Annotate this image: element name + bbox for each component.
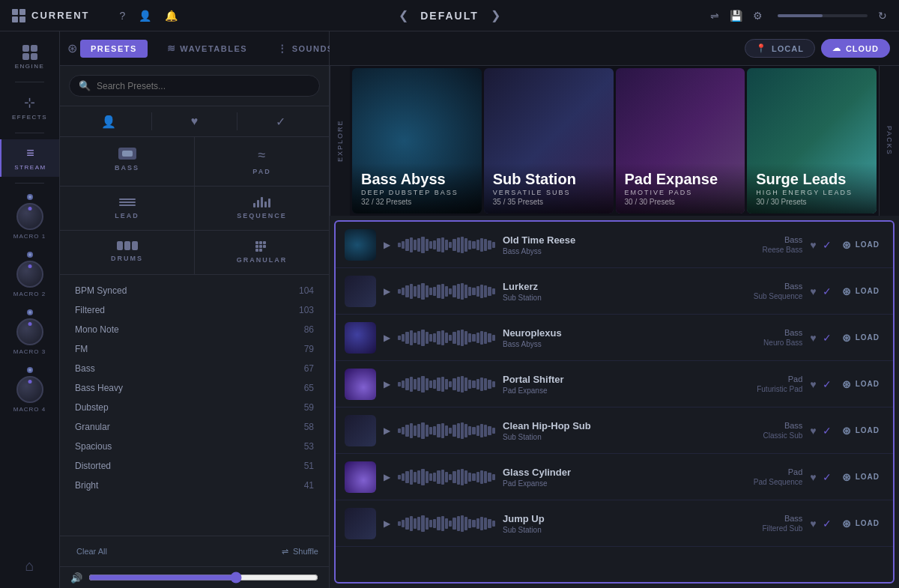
macro-1-knob[interactable] xyxy=(16,203,43,230)
play-button[interactable]: ▶ xyxy=(384,286,390,297)
favorite-icon[interactable]: ♥ xyxy=(810,378,816,390)
tags-list: BPM Synced104Filtered103Mono Note86FM79B… xyxy=(60,275,329,536)
macro-1-small-dot[interactable] xyxy=(27,194,33,200)
category-lead[interactable]: LEAD xyxy=(60,187,194,230)
clear-all-button[interactable]: Clear All xyxy=(70,544,113,559)
tag-item[interactable]: FM79 xyxy=(60,339,329,359)
check-icon[interactable]: ✓ xyxy=(823,425,832,437)
search-input[interactable] xyxy=(97,81,310,91)
waveform-bar xyxy=(480,470,483,484)
bell-icon[interactable]: 🔔 xyxy=(165,10,178,22)
category-bass[interactable]: BASS xyxy=(60,137,194,186)
pitch-slider[interactable] xyxy=(778,14,868,17)
load-button[interactable]: ⊛ LOAD xyxy=(838,515,884,533)
load-button[interactable]: ⊛ LOAD xyxy=(838,329,884,347)
waveform-bar xyxy=(476,518,479,529)
packs-carousel: EXPLORE Bass Abyss DEEP DUBSTEP BASS 32 … xyxy=(330,66,899,216)
tag-item[interactable]: Dubstep59 xyxy=(60,398,329,417)
granular-icon xyxy=(255,241,269,252)
favorite-icon[interactable]: ♥ xyxy=(810,518,816,530)
load-button[interactable]: ⊛ LOAD xyxy=(838,375,884,393)
tab-presets[interactable]: PRESETS xyxy=(80,40,148,58)
favorite-icon[interactable]: ♥ xyxy=(810,239,816,251)
play-button[interactable]: ▶ xyxy=(384,472,390,482)
preset-row[interactable]: ▶ Neuroplexus Bass Abyss Bass Neuro Bass… xyxy=(336,315,893,361)
help-icon[interactable]: ? xyxy=(120,10,126,22)
load-button[interactable]: ⊛ LOAD xyxy=(838,282,884,300)
play-button[interactable]: ▶ xyxy=(384,333,390,343)
tag-item[interactable]: Spacious53 xyxy=(60,437,329,456)
favorite-icon[interactable]: ♥ xyxy=(810,471,816,483)
loop-icon[interactable]: ↻ xyxy=(878,10,887,22)
play-button[interactable]: ▶ xyxy=(384,518,390,529)
preset-thumbnail xyxy=(345,415,376,446)
filter-fav: ♥ xyxy=(158,115,231,128)
tag-item[interactable]: Filtered103 xyxy=(60,300,329,320)
tag-item[interactable]: Mono Note86 xyxy=(60,320,329,339)
tag-item[interactable]: Bass67 xyxy=(60,359,329,378)
macro-3-knob[interactable] xyxy=(16,318,43,345)
play-button[interactable]: ▶ xyxy=(384,240,390,250)
favorite-icon[interactable]: ♥ xyxy=(810,285,816,297)
category-granular[interactable]: GRANULAR xyxy=(195,231,329,274)
preset-row[interactable]: ▶ Old Time Reese Bass Abyss Bass Reese B… xyxy=(336,222,893,268)
macro-2-small-dot[interactable] xyxy=(27,252,33,258)
load-button[interactable]: ⊛ LOAD xyxy=(838,422,884,440)
check-icon[interactable]: ✓ xyxy=(823,285,832,297)
waveform-bar xyxy=(429,334,432,342)
macro-3-small-dot[interactable] xyxy=(27,309,33,315)
category-drums[interactable]: DRUMS xyxy=(60,231,194,274)
pack-card-sub-station[interactable]: Sub Station VERSATILE SUBS 35 / 35 Prese… xyxy=(484,68,614,213)
user-icon[interactable]: 👤 xyxy=(139,10,151,22)
save-icon[interactable]: 💾 xyxy=(730,10,742,22)
local-button[interactable]: 📍 LOCAL xyxy=(745,39,815,58)
pack-card-pad-expanse[interactable]: Pad Expanse EMOTIVE PADS 30 / 30 Presets xyxy=(616,68,745,213)
tab-wavetables[interactable]: ≋ WAVETABLES xyxy=(157,38,258,58)
play-button[interactable]: ▶ xyxy=(384,379,390,390)
play-button[interactable]: ▶ xyxy=(384,425,390,436)
waveform-bar xyxy=(472,473,475,481)
tag-item[interactable]: Bright41 xyxy=(60,476,329,495)
tag-item[interactable]: Bass Heavy65 xyxy=(60,378,329,398)
pack-card-bass-abyss[interactable]: Bass Abyss DEEP DUBSTEP BASS 32 / 32 Pre… xyxy=(352,68,482,213)
preset-row[interactable]: ▶ Lurkerz Sub Station Bass Sub Sequence … xyxy=(336,268,893,315)
preset-row[interactable]: ▶ Portal Shifter Pad Expanse Pad Futuris… xyxy=(336,361,893,407)
search-input-wrap[interactable]: 🔍 xyxy=(69,75,320,97)
preset-row[interactable]: ▶ Glass Cylinder Pad Expanse Pad Pad Seq… xyxy=(336,454,893,500)
check-icon[interactable]: ✓ xyxy=(823,518,832,530)
shuffle-icon[interactable]: ⇌ xyxy=(710,10,719,22)
load-button[interactable]: ⊛ LOAD xyxy=(838,468,884,486)
sidebar-item-stream[interactable]: ≡ STREAM xyxy=(0,139,59,177)
cloud-button[interactable]: ☁ CLOUD xyxy=(821,39,890,58)
tag-item[interactable]: BPM Synced104 xyxy=(60,281,329,300)
load-icon: ⊛ xyxy=(842,285,852,297)
filter-check-icon[interactable]: ✓ xyxy=(276,115,285,129)
category-sequence[interactable]: SEQUENCE xyxy=(195,187,329,230)
next-arrow[interactable]: ❯ xyxy=(491,8,500,22)
check-icon[interactable]: ✓ xyxy=(823,239,832,251)
check-icon[interactable]: ✓ xyxy=(823,378,832,390)
category-pad[interactable]: ≈ PAD xyxy=(195,137,329,186)
prev-arrow[interactable]: ❮ xyxy=(399,8,408,22)
tag-item[interactable]: Distorted51 xyxy=(60,456,329,476)
filter-heart-icon[interactable]: ♥ xyxy=(191,115,199,128)
favorite-icon[interactable]: ♥ xyxy=(810,425,816,437)
tag-item[interactable]: Granular58 xyxy=(60,417,329,437)
sidebar-item-effects[interactable]: ⊹ EFFECTS xyxy=(0,88,59,127)
pack-card-surge-leads[interactable]: Surge Leads HIGH ENERGY LEADS 30 / 30 Pr… xyxy=(747,68,877,213)
shuffle-button[interactable]: ⇌ Shuffle xyxy=(282,547,318,557)
waveform-bar xyxy=(445,425,448,436)
favorite-icon[interactable]: ♥ xyxy=(810,332,816,344)
preset-row[interactable]: ▶ Jump Up Sub Station Bass Filtered Sub … xyxy=(336,500,893,547)
macro-4-small-dot[interactable] xyxy=(27,367,33,373)
check-icon[interactable]: ✓ xyxy=(823,471,832,483)
filter-user-icon[interactable]: 👤 xyxy=(101,115,116,129)
macro-4-knob[interactable] xyxy=(16,376,43,403)
load-button[interactable]: ⊛ LOAD xyxy=(838,236,884,254)
settings-icon[interactable]: ⚙ xyxy=(753,10,763,22)
macro-2-knob[interactable] xyxy=(16,261,43,288)
volume-slider[interactable] xyxy=(88,572,318,584)
preset-row[interactable]: ▶ Clean Hip-Hop Sub Sub Station Bass Cla… xyxy=(336,407,893,454)
check-icon[interactable]: ✓ xyxy=(823,332,832,344)
sidebar-item-engine[interactable]: ENGINE xyxy=(0,39,59,76)
